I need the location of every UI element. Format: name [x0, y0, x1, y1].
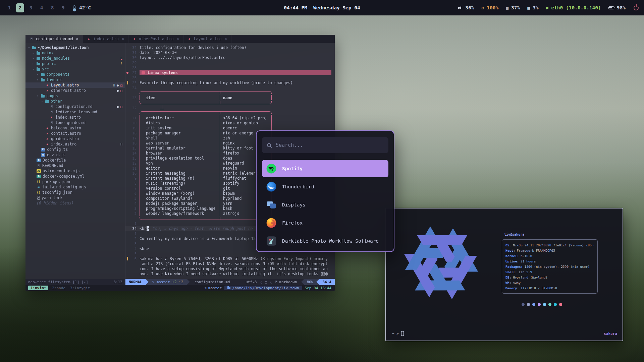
- close-icon[interactable]: ×: [225, 37, 227, 41]
- tree-item-pages[interactable]: ▾pages: [25, 93, 125, 99]
- tree-item-astro-config-mjs[interactable]: JSastro.config.mjs: [25, 168, 125, 174]
- module-cpu-value: 3%: [533, 5, 538, 10]
- tree-item-root[interactable]: ▾~/Development/liv.town: [25, 45, 125, 50]
- launcher-item-spotify[interactable]: Spotify: [262, 160, 388, 177]
- tmux-window-1-nvim[interactable]: 1:nvim*: [28, 286, 48, 290]
- launcher-item-darktable-photo-workflow-software[interactable]: Darktable Photo Workflow Software: [262, 232, 388, 250]
- launcher-item-thunderbird[interactable]: Thunderbird: [262, 178, 388, 195]
- shell-prompt[interactable]: ~ >: [392, 331, 404, 336]
- tree-item-6-hidden-items[interactable]: (6 hidden items): [25, 200, 125, 206]
- clock[interactable]: 04:44 PM Wednesday Sep 04: [284, 5, 360, 10]
- search-input[interactable]: [275, 142, 383, 148]
- tree-item-layouts[interactable]: ▾layouts: [25, 77, 125, 82]
- heading-text: Linux systems: [148, 70, 178, 75]
- typescript-icon: TS: [41, 153, 45, 157]
- tmux-statusbar: 1:nvim*2:node3:lazygit ⌥ master /home/li…: [25, 285, 335, 291]
- tree-item-config-ts[interactable]: TSconfig.ts: [25, 147, 125, 152]
- table-cell-item: nodejs package manager: [140, 201, 220, 206]
- table-cell-name: x86_64 (rip m2 pro): [220, 115, 271, 120]
- tree-item-tsconfig-json[interactable]: {}tsconfig.json: [25, 190, 125, 195]
- tree-item-label: components: [46, 72, 69, 77]
- close-icon[interactable]: ×: [76, 37, 78, 41]
- module-battery[interactable]: 98%: [608, 5, 626, 10]
- close-icon[interactable]: ×: [177, 37, 179, 41]
- tab-otherpost-astro[interactable]: ▲otherPost.astro×: [128, 35, 183, 43]
- line-text: Favorite things regarding Linux and my w…: [140, 80, 335, 85]
- tree-item-dockerfile[interactable]: DDockerfile: [25, 158, 125, 163]
- tree-item-env-d-ts[interactable]: TSenv.d.ts: [25, 152, 125, 158]
- tree-item-label: other: [51, 99, 62, 104]
- module-volume[interactable]: 36%: [458, 5, 474, 10]
- tab-label: configuration.md: [36, 37, 73, 41]
- module-brightness[interactable]: ⚙100%: [481, 5, 498, 10]
- tree-item-nginx[interactable]: ▸nginx: [25, 50, 125, 56]
- line-number: 17: [129, 136, 140, 140]
- power-icon[interactable]: [634, 5, 639, 10]
- workspace-9[interactable]: 9: [59, 3, 67, 12]
- tree-item-balcony-astro[interactable]: ▲balcony.astro: [25, 125, 125, 131]
- tree-item-layout-astro[interactable]: ▲Layout.astroH●□: [25, 82, 125, 88]
- launcher-item-displays[interactable]: Displays: [262, 196, 388, 214]
- branch-icon: ⌥: [152, 280, 154, 284]
- tree-item-tailwind-config-mjs[interactable]: ≈tailwind.config.mjs: [25, 184, 125, 190]
- table-row: programming/scripting languagebash: [140, 206, 272, 211]
- tree-item-public[interactable]: ▸public?: [25, 61, 125, 66]
- table-row: terminal emulatorkitty or foot: [140, 145, 272, 150]
- close-icon[interactable]: ×: [122, 37, 124, 41]
- launcher-item-label: Displays: [282, 202, 306, 207]
- tree-item-components[interactable]: ▸components: [25, 72, 125, 77]
- cursor: >: [147, 226, 149, 231]
- module-temperature[interactable]: 42°C: [73, 5, 91, 10]
- fetch-info-line: WM:sway: [505, 280, 594, 285]
- workspace-2[interactable]: 2: [16, 3, 24, 12]
- workspace-1[interactable]: 1: [5, 3, 13, 12]
- table-row: init systemopenrc: [140, 125, 272, 130]
- search-box[interactable]: [262, 137, 388, 153]
- tree-item-configuration-md[interactable]: Mconfiguration.md●□: [25, 104, 125, 109]
- chevron-down-icon: ▾: [28, 46, 31, 49]
- tree-item-tone-guide-md[interactable]: Mtone-guide.md: [25, 120, 125, 125]
- line-number: 5: [129, 252, 140, 256]
- tree-item-docker-compose-yml[interactable]: Ddocker-compose.yml: [25, 174, 125, 179]
- status-badge: ●: [117, 89, 119, 93]
- topbar-modules: 36%⚙100%▤37%▦3%⇄eth0 (10.0.0.140)98%: [458, 5, 626, 10]
- line-number: 31: [129, 51, 140, 55]
- line-text: [140, 111, 335, 114]
- sign-column: [125, 257, 129, 260]
- tree-item-yarn-lock[interactable]: yarn.lock: [25, 195, 125, 200]
- module-memory[interactable]: ▤37%: [506, 5, 520, 10]
- tree-item-package-json[interactable]: {}package.json: [25, 179, 125, 184]
- tree-item-node-modules[interactable]: ▸node_modulesE: [25, 56, 125, 61]
- color-palette: [522, 303, 562, 306]
- launcher-item-firefox[interactable]: Firefox: [262, 214, 388, 232]
- tab-layout-astro[interactable]: ▲Layout.astro×: [183, 35, 231, 43]
- tree-item-index-astro[interactable]: ▲index.astro: [25, 115, 125, 120]
- module-network[interactable]: ⇄eth0 (10.0.0.140): [546, 5, 601, 10]
- tmux-window-3-lazygit[interactable]: 3:lazygit: [69, 286, 91, 290]
- tab-configuration-md[interactable]: Mconfiguration.md×: [25, 35, 83, 43]
- table-row: 20distronixos or gentoo: [125, 120, 335, 125]
- tree-item-label: node_modules: [42, 56, 70, 61]
- fetch-info-line: Shell:zsh 5.9: [505, 269, 594, 275]
- fetch-terminal[interactable]: liv@sakura OS:NixOS 24.11.20240828.71e91…: [385, 208, 623, 341]
- table-cell-name: name: [220, 95, 271, 100]
- workspace-8[interactable]: 8: [48, 3, 56, 12]
- module-cpu[interactable]: ▦3%: [527, 5, 538, 10]
- tree-item-readme-md[interactable]: MREADME.md: [25, 163, 125, 168]
- git-status-badges: ?: [120, 62, 122, 66]
- tree-item-otherpost-astro[interactable]: ▲otherPost.astro●□: [25, 88, 125, 93]
- tab-index-astro[interactable]: ▲index.astro×: [83, 35, 128, 43]
- speaker-icon: [458, 6, 463, 10]
- workspace-3[interactable]: 3: [27, 3, 35, 12]
- tree-item-src[interactable]: ▾src: [25, 66, 125, 72]
- tree-item-label: docker-compose.yml: [43, 174, 85, 179]
- editor-line: 29---: [125, 60, 335, 65]
- workspace-4[interactable]: 4: [38, 3, 46, 12]
- tree-item-label: package.json: [42, 179, 70, 184]
- tmux-window-2-node[interactable]: 2:node: [51, 286, 66, 290]
- tree-item-contact-astro[interactable]: ▲contact.astro: [25, 131, 125, 136]
- tree-item-index-astro[interactable]: ▲index.astroH: [25, 141, 125, 147]
- tree-item-other[interactable]: ▾other: [25, 99, 125, 104]
- tree-item-fediverse-terms-md[interactable]: Mfediverse-terms.md: [25, 109, 125, 115]
- tree-item-garden-astro[interactable]: ▲garden.astro: [25, 136, 125, 141]
